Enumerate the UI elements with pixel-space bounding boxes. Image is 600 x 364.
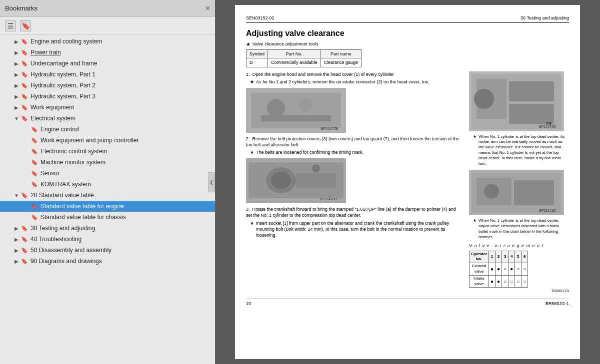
list-item[interactable]: 🔖 Hydraulic system, Part 3 — [0, 91, 215, 102]
list-item[interactable]: 🔖 50 Disassembly and assembly — [0, 245, 215, 256]
list-item[interactable]: 🔖 Work equipment — [0, 102, 215, 113]
list-item[interactable]: 🔖 Sensor — [0, 168, 215, 179]
expander-icon[interactable] — [13, 226, 20, 231]
svg-rect-1 — [251, 93, 341, 128]
item-label: Work equipment — [30, 104, 74, 111]
footer-ref: BR580JG-1 — [546, 301, 569, 307]
doc-right-column: BP21457B [1] ★ When No. 1 cylinder is at… — [469, 71, 569, 295]
svg-text:BP21457B: BP21457B — [321, 127, 338, 130]
item-label: Standard value table for chassis — [40, 214, 126, 221]
step-2: 2. Remove the belt protection covers (3)… — [246, 136, 463, 155]
list-item[interactable]: 🔖 Undercarriage and frame — [0, 58, 215, 69]
valve-col-3: 3 — [502, 251, 508, 263]
item-label: Electrical system — [30, 115, 76, 122]
step-3-note: ★Insert socket [1] from upper part on th… — [250, 220, 463, 238]
list-item[interactable]: 🔖 Engine control — [0, 124, 215, 135]
expander-icon[interactable] — [13, 259, 20, 264]
valve-col-name: CylinderNo. — [470, 251, 489, 263]
intake-6: ○ — [522, 275, 528, 288]
engine-image-1: BP21457B — [246, 88, 346, 133]
list-item[interactable]: 🔖 Power train — [0, 47, 215, 58]
intake-valve-row: Intakevalve ● ● ○ ○ ○ ○ — [470, 275, 528, 288]
item-label: 90 Diagrams and drawings — [30, 258, 102, 265]
expander-icon[interactable] — [13, 50, 20, 55]
table-row: D Commercially available Clearance gauge — [246, 58, 362, 67]
doc-image-right-1: BP21457B [1] — [469, 71, 564, 131]
svg-text:[1]: [1] — [546, 121, 552, 125]
item-label: 30 Testing and adjusting — [30, 225, 95, 232]
bookmarks-list[interactable]: 🔖 Engine and cooling system 🔖 Power trai… — [0, 35, 215, 364]
bookmark-icon: 🔖 — [31, 136, 38, 144]
svg-rect-10 — [296, 173, 336, 188]
bookmarks-title: Bookmarks — [5, 4, 38, 12]
bookmark-icon: 🔖 — [21, 103, 28, 111]
doc-header-left: SEN03152-02 — [246, 15, 274, 21]
intake-3: ○ — [502, 275, 508, 288]
panel-collapse-handle[interactable]: ❮ — [208, 172, 215, 192]
bookmark-icon: 🔖 — [21, 81, 28, 89]
expander-icon[interactable] — [13, 193, 20, 198]
item-label: Machine monitor system — [40, 159, 106, 166]
bookmark-icon: 🔖 — [31, 202, 38, 210]
bookmark-icon: 🔖 — [31, 158, 38, 166]
bookmark-icon: 🔖 — [31, 147, 38, 155]
expander-icon[interactable] — [13, 72, 20, 77]
bookmark-icon: 🔖 — [31, 125, 38, 133]
list-item[interactable]: 🔖 Work equipment and pump controller — [0, 135, 215, 146]
list-item[interactable]: 🔖 30 Testing and adjusting — [0, 223, 215, 234]
valve-table: CylinderNo. 1 2 3 4 5 6 Exhaustv — [469, 251, 528, 288]
expander-icon[interactable] — [13, 237, 20, 242]
list-item[interactable]: 🔖 20 Standard value table — [0, 190, 215, 201]
list-view-icon[interactable]: ☰ — [5, 20, 16, 31]
item-label: Hydraulic system, Part 3 — [30, 93, 96, 100]
svg-text:BP21420D: BP21420D — [320, 197, 337, 201]
item-label: Work equipment and pump controller — [40, 137, 139, 144]
list-item[interactable]: 🔖 Engine and cooling system — [0, 36, 215, 47]
list-item[interactable]: 🔖 40 Troubleshooting — [0, 234, 215, 245]
svg-point-9 — [271, 172, 291, 189]
doc-left-column: 1. Open the engine hood and remove the h… — [246, 71, 463, 295]
list-item[interactable]: 🔖 Machine monitor system — [0, 157, 215, 168]
exhaust-3: ○ — [502, 263, 508, 276]
engine-image-right-2: BP21421D — [469, 170, 564, 215]
svg-point-18 — [474, 89, 494, 109]
svg-text:BP21421D: BP21421D — [539, 209, 556, 212]
item-label: 20 Standard value table — [30, 192, 94, 199]
expander-icon[interactable] — [13, 94, 20, 99]
bookmark-icon: 🔖 — [31, 213, 38, 221]
list-item[interactable]: 🔖 90 Diagrams and drawings — [0, 256, 215, 267]
list-item[interactable]: 🔖 Standard value table for chassis — [0, 212, 215, 223]
item-label: Hydraulic system, Part 1 — [30, 71, 96, 78]
doc-image-1: BP21457B — [246, 88, 346, 133]
expander-icon[interactable] — [13, 83, 20, 88]
document-panel: SEN03152-02 30 Testing and adjusting Adj… — [215, 0, 600, 364]
list-item[interactable]: 🔖 Electrical system — [0, 113, 215, 124]
expander-icon[interactable] — [13, 248, 20, 253]
step-1: 1. Open the engine hood and remove the h… — [246, 71, 463, 85]
bookmark-icon: 🔖 — [21, 114, 28, 122]
list-item[interactable]: 🔖 Hydraulic system, Part 2 — [0, 80, 215, 91]
list-item[interactable]: 🔖 Electronic control system — [0, 146, 215, 157]
bookmark-view-icon[interactable]: 🔖 — [20, 20, 31, 31]
intake-4: ○ — [508, 275, 515, 288]
bookmark-icon: 🔖 — [31, 180, 38, 188]
list-item[interactable]: 🔖 KOMTRAX system — [0, 179, 215, 190]
document-page: SEN03152-02 30 Testing and adjusting Adj… — [235, 5, 580, 359]
bookmark-icon: 🔖 — [21, 70, 28, 78]
table-cell-partname: Clearance gauge — [320, 58, 362, 67]
table-cell-symbol: D — [246, 58, 268, 67]
list-item-selected[interactable]: 🔖 Standard value table for engine — [0, 201, 215, 212]
expander-icon[interactable] — [13, 105, 20, 110]
item-label: 40 Troubleshooting — [30, 236, 82, 243]
list-item[interactable]: 🔖 Hydraulic system, Part 1 — [0, 69, 215, 80]
item-label: Standard value table for engine — [40, 203, 124, 210]
exhaust-5: ○ — [515, 263, 522, 276]
svg-point-25 — [484, 184, 499, 199]
expander-icon[interactable] — [13, 116, 20, 121]
star-icon: ★ — [246, 41, 250, 48]
valve-col-6: 6 — [522, 251, 528, 263]
close-button[interactable]: × — [206, 4, 210, 12]
expander-icon[interactable] — [13, 61, 20, 66]
exhaust-label: Exhaustvalve — [470, 263, 489, 276]
expander-icon[interactable] — [13, 39, 20, 44]
